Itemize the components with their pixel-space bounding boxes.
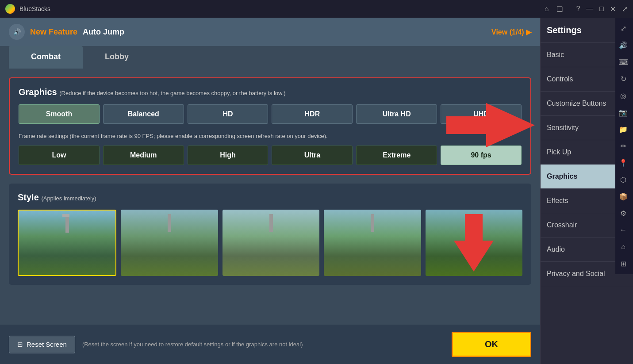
app-body: 🔊 New Feature Auto Jump View (1/4) ▶ Com… [0, 18, 633, 364]
back-icon[interactable]: ← [615, 222, 631, 238]
graphics-section: Graphics (Reduce if the device becomes t… [9, 77, 531, 175]
quality-hd[interactable]: HD [188, 104, 269, 124]
framerate-text: Frame rate settings (the current frame r… [19, 133, 522, 139]
style-title: Style (Applies immediately) [18, 192, 522, 203]
quality-balanced[interactable]: Balanced [103, 104, 184, 124]
home-icon[interactable]: ⌂ [615, 239, 631, 255]
banner: 🔊 New Feature Auto Jump View (1/4) ▶ [0, 18, 540, 46]
reset-label: Reset Screen [27, 341, 67, 348]
screenshot-icon[interactable]: 📷 [615, 104, 631, 120]
quality-smooth[interactable]: Smooth [19, 104, 100, 124]
gyro-icon[interactable]: ◎ [615, 88, 631, 103]
close-icon[interactable]: ✕ [610, 5, 616, 13]
style-section: Style (Applies immediately) [9, 184, 531, 285]
expand-icon[interactable]: ⤢ [615, 20, 631, 36]
quality-buttons: Smooth Balanced HD HDR Ultra HD [19, 104, 522, 124]
quality-hdr[interactable]: HDR [272, 104, 353, 124]
volume-icon[interactable]: 🔊 [615, 37, 631, 53]
rotation-icon[interactable]: ↻ [615, 71, 631, 87]
style-img-3[interactable] [223, 210, 319, 276]
style-img-4[interactable] [324, 210, 421, 276]
apk-icon[interactable]: 📦 [615, 188, 631, 204]
title-bar: BlueStacks ⌂ ❏ ? — □ ✕ ⤢ [0, 0, 633, 18]
bottom-bar: ⊟ Reset Screen (Reset the screen if you … [0, 325, 540, 364]
tabs-bar: Combat Lobby [0, 46, 540, 69]
speaker-icon: 🔊 [9, 24, 25, 40]
titlebar-controls: ? — □ ✕ ⤢ [576, 5, 628, 13]
quality-uhd[interactable]: UHD [441, 104, 522, 124]
layers-icon[interactable]: ⬡ [615, 172, 631, 188]
tab-lobby[interactable]: Lobby [83, 46, 151, 69]
style-img-1[interactable] [18, 210, 116, 276]
banner-auto-text: Auto Jump [83, 27, 124, 37]
main-panel: 🔊 New Feature Auto Jump View (1/4) ▶ Com… [0, 18, 540, 364]
fps-extreme[interactable]: Extreme [356, 146, 437, 165]
style-img-5[interactable] [426, 210, 522, 276]
home-icon[interactable]: ⌂ [545, 5, 549, 13]
folder-icon[interactable]: 📁 [615, 121, 631, 137]
banner-new-text: New Feature [30, 27, 77, 37]
reset-icon: ⊟ [17, 341, 23, 349]
tab-combat[interactable]: Combat [9, 46, 83, 69]
style-img-2[interactable] [121, 210, 218, 276]
style-images [18, 210, 522, 276]
location-icon[interactable]: 📍 [615, 155, 631, 171]
app-icon[interactable]: ⊞ [615, 256, 631, 272]
quality-ultra-hd[interactable]: Ultra HD [356, 104, 437, 124]
fps-low[interactable]: Low [19, 146, 100, 165]
app-logo [5, 4, 15, 14]
app-name: BlueStacks [19, 5, 540, 12]
fps-buttons: Low Medium High Ultra Extreme [19, 146, 522, 165]
edit-icon[interactable]: ✏ [615, 138, 631, 154]
graphics-title: Graphics (Reduce if the device becomes t… [19, 87, 522, 97]
windows-icon[interactable]: ❏ [556, 5, 563, 13]
keyboard-icon[interactable]: ⌨ [615, 54, 631, 70]
reset-desc: (Reset the screen if you need to restore… [82, 341, 445, 348]
banner-left: 🔊 New Feature Auto Jump [9, 24, 124, 40]
fps-ultra[interactable]: Ultra [272, 146, 353, 165]
settings-sidebar: Settings ✕ Basic Controls NEW Customize … [540, 18, 633, 364]
content-area: Graphics (Reduce if the device becomes t… [0, 69, 540, 325]
minimize-icon[interactable]: — [586, 5, 593, 13]
restore-icon[interactable]: □ [599, 5, 604, 13]
sidebar-icon-strip: ⤢ 🔊 ⌨ ↻ ◎ 📷 📁 ✏ 📍 ⬡ 📦 ⚙ ← ⌂ ⊞ [615, 18, 633, 274]
ok-button[interactable]: OK [452, 332, 531, 357]
reset-screen-button[interactable]: ⊟ Reset Screen [9, 336, 75, 353]
fps-medium[interactable]: Medium [103, 146, 184, 165]
banner-view-button[interactable]: View (1/4) ▶ [491, 28, 531, 36]
expand-icon[interactable]: ⤢ [622, 5, 628, 13]
fps-90[interactable]: 90 fps [441, 146, 522, 165]
settings-icon[interactable]: ⚙ [615, 205, 631, 221]
sidebar-title: Settings [547, 25, 582, 35]
help-icon[interactable]: ? [576, 5, 580, 13]
titlebar-icons: ⌂ ❏ [545, 5, 563, 13]
fps-high[interactable]: High [188, 146, 269, 165]
